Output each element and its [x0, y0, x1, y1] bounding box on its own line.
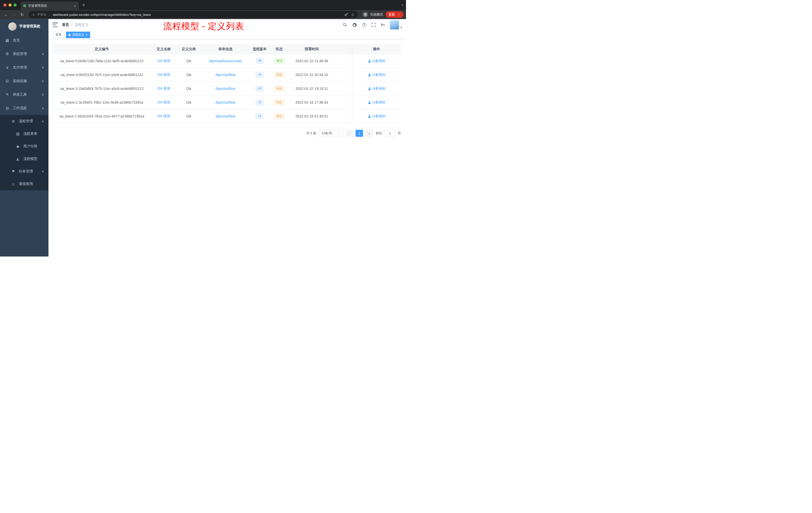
sidebar-item-label: 支付管理 — [13, 65, 27, 70]
definition-name-link[interactable]: OA 请假 — [157, 100, 170, 105]
page-number-button[interactable]: 1 — [355, 130, 363, 137]
form-link[interactable]: /bpm/oa/flow — [215, 73, 235, 77]
incognito-label: 无痕模式 — [370, 12, 383, 17]
github-icon[interactable] — [352, 23, 357, 27]
tag-close-icon[interactable]: × — [86, 33, 88, 36]
breadcrumb-home[interactable]: 首页 — [62, 23, 69, 27]
sidebar-item-system-management[interactable]: ⚙ 系统管理 ∨ — [0, 47, 49, 61]
flag-icon: ⚑ — [11, 169, 16, 174]
sidebar-item-process-model[interactable]: ◭ 流程模型 — [0, 153, 49, 165]
form-icon: ▤ — [16, 131, 20, 136]
search-icon[interactable] — [343, 23, 347, 27]
infrastructure-icon: ⊟ — [5, 79, 9, 83]
back-icon[interactable]: ← — [2, 12, 9, 17]
deploy-time-cell: 2022-01-22 19:19:11 — [290, 82, 334, 95]
tab-search-icon[interactable]: ∨ — [401, 0, 404, 10]
col-header-category: 定义分类 — [177, 44, 200, 54]
status-badge: 挂起 — [274, 72, 285, 78]
avatar[interactable] — [390, 20, 399, 30]
avatar-caret-down-icon: ▾ — [401, 26, 402, 30]
sidebar-item-leave-query[interactable]: ☺ 请假查询 — [0, 178, 49, 190]
chevron-down-icon: ∨ — [42, 93, 44, 96]
tag-home[interactable]: 首页 — [53, 32, 64, 38]
sidebar-item-payment-management[interactable]: ¥ 支付管理 ∨ — [0, 61, 49, 74]
logo-avatar — [8, 22, 17, 31]
fullscreen-icon[interactable] — [371, 23, 376, 27]
window-zoom-button[interactable] — [13, 3, 17, 6]
breadcrumb: 首页 / 流程定义 — [62, 23, 89, 27]
assign-rule-link[interactable]: 分配规则 — [368, 100, 385, 105]
tag-process-definition[interactable]: 流程定义 × — [66, 32, 90, 38]
sidebar-item-process-form[interactable]: ▤ 流程表单 — [0, 127, 49, 140]
navbar-actions: ? TT ▾ — [343, 20, 402, 30]
window-minimize-button[interactable] — [8, 3, 11, 6]
definition-name-link[interactable]: OA 请假 — [157, 72, 170, 77]
dashboard-icon: ▦ — [5, 38, 9, 43]
assign-rule-link[interactable]: 分配规则 — [368, 114, 385, 118]
sidebar-item-label: 流程管理 — [19, 119, 33, 123]
sidebar-item-process-management[interactable]: ≣ 流程管理 ∧ — [0, 115, 49, 127]
password-key-icon[interactable] — [344, 12, 348, 17]
tab-close-icon[interactable]: × — [73, 4, 76, 8]
browser-update-button[interactable]: 更新 ⋮ — [386, 11, 404, 18]
sidebar-item-infrastructure[interactable]: ⊟ 基础设施 ∨ — [0, 74, 49, 88]
sidebar-item-task-management[interactable]: ⚑ 任务管理 ∨ — [0, 165, 49, 178]
version-badge: v2 — [256, 99, 264, 105]
browser-tab[interactable]: 芋道管理系统 × — [21, 1, 79, 10]
select-caret-down-icon: ∨ — [339, 132, 341, 135]
sidebar-item-label: 工作流程 — [13, 106, 27, 111]
prev-page-button[interactable]: ‹ — [346, 130, 353, 137]
assign-rule-link[interactable]: 分配规则 — [368, 59, 385, 63]
page-content: 定义编号 定义名称 定义分类 表单信息 流程版本 状态 部署时间 操作 oa_l… — [49, 39, 406, 256]
form-link[interactable]: /bpm/oa/leave/create — [209, 59, 242, 63]
table-row: oa_leave:3:1fad3d93-7b75-11ec-a3c8-acde4… — [54, 82, 401, 96]
pagination: 共 5 条 10条/页 ∨ ‹ 1 › 前往 页 — [54, 130, 401, 137]
definition-name-link[interactable]: OA 请假 — [157, 114, 170, 118]
address-bar[interactable]: ⚠ 不安全 dashboard.yudao.iocoder.cn/bpm/man… — [29, 11, 358, 18]
forward-icon[interactable]: → — [10, 12, 18, 17]
page-unit-label: 页 — [398, 131, 401, 135]
browser-tabstrip: 芋道管理系统 × + ∨ — [0, 0, 406, 10]
definition-name-link[interactable]: OA 请假 — [157, 59, 170, 63]
not-secure-icon: ⚠ — [32, 13, 35, 17]
sidebar-item-home[interactable]: ▦ 首页 — [0, 34, 49, 47]
window-close-button[interactable] — [3, 3, 6, 6]
yen-icon: ¥ — [5, 65, 9, 70]
help-icon[interactable]: ? — [362, 23, 366, 27]
url-text[interactable]: dashboard.yudao.iocoder.cn/bpm/manager/d… — [53, 13, 151, 17]
next-page-button[interactable]: › — [366, 130, 373, 137]
table-row: oa_leave:2:3c1f0ef1-76b1-11ec-9c66-a2380… — [54, 96, 401, 110]
bookmark-star-icon[interactable]: ☆ — [351, 12, 354, 17]
sidebar-item-dev-tools[interactable]: ✎ 研发工具 ∨ — [0, 88, 49, 101]
form-link[interactable]: /bpm/oa/flow — [215, 100, 235, 104]
page-size-select[interactable]: 10条/页 ∨ — [319, 130, 343, 137]
reload-icon[interactable]: ↻ — [19, 12, 26, 17]
goto-page-input[interactable] — [385, 130, 395, 137]
hamburger-icon[interactable] — [53, 23, 58, 27]
sidebar-item-label: 系统管理 — [13, 52, 27, 56]
browser-menu-icon[interactable]: ⋮ — [397, 12, 401, 17]
incognito-badge: 无痕模式 — [362, 12, 383, 17]
form-link[interactable]: /bpm/oa/flow — [215, 87, 235, 91]
assign-rule-link[interactable]: 分配规则 — [368, 72, 385, 77]
sidebar-item-label: 用户分组 — [23, 144, 37, 149]
sidebar-item-workflow[interactable]: ⧉ 工作流程 ∧ — [0, 101, 49, 115]
goto-label: 前往 — [376, 131, 382, 135]
sidebar-item-label: 研发工具 — [13, 92, 27, 97]
new-tab-button[interactable]: + — [82, 0, 85, 10]
font-size-icon[interactable]: TT — [381, 23, 385, 27]
chevron-down-icon: ∨ — [42, 66, 44, 69]
form-link[interactable]: /bpm/oa/flow — [215, 114, 235, 118]
definition-name-link[interactable]: OA 请假 — [157, 86, 170, 91]
assign-rule-link[interactable]: 分配规则 — [368, 86, 385, 91]
user-icon — [368, 73, 371, 77]
version-badge: v3 — [256, 86, 264, 92]
logo-title: 芋道管理系统 — [19, 24, 40, 29]
version-badge: v1 — [256, 113, 264, 119]
security-label[interactable]: 不安全 — [37, 12, 47, 17]
process-list-icon: ≣ — [11, 119, 16, 123]
sidebar-item-user-group[interactable]: ☻ 用户分组 — [0, 140, 49, 153]
sidebar-item-label: 流程表单 — [23, 131, 37, 136]
user-avatar-wrap[interactable]: ▾ — [390, 20, 402, 30]
sidebar-logo[interactable]: 芋道管理系统 — [0, 19, 49, 34]
